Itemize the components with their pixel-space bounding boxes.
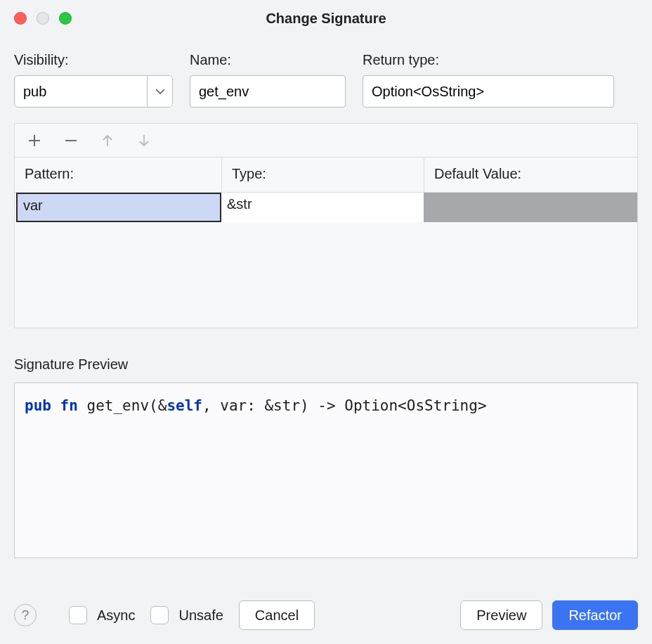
param-pattern-cell[interactable]: var [16, 193, 221, 222]
traffic-lights [14, 12, 72, 25]
cancel-button[interactable]: Cancel [239, 600, 315, 630]
bottom-bar: ? Async Unsafe Cancel Preview Refactor [14, 600, 638, 630]
header-default: Default Value: [424, 157, 637, 192]
param-default-cell[interactable] [424, 193, 637, 222]
change-signature-dialog: Change Signature Visibility: Name: [0, 0, 652, 644]
parameters-panel: Pattern: Type: Default Value: var &str [14, 123, 638, 328]
preview-name: get_env [87, 397, 150, 414]
parameters-header: Pattern: Type: Default Value: [15, 157, 637, 193]
name-field: Name: [190, 52, 346, 108]
minus-icon [64, 134, 78, 148]
signature-preview-label: Signature Preview [14, 356, 638, 373]
visibility-label: Visibility: [14, 52, 173, 68]
zoom-window-button[interactable] [59, 12, 72, 25]
unsafe-label: Unsafe [178, 607, 223, 624]
return-type-field: Return type: [363, 52, 614, 108]
name-input[interactable] [190, 75, 346, 108]
help-button[interactable]: ? [14, 604, 37, 626]
return-type-label: Return type: [363, 52, 614, 68]
table-row[interactable]: var &str [15, 193, 637, 222]
kw-fn: fn [60, 397, 78, 414]
cancel-label: Cancel [255, 607, 299, 624]
header-type: Type: [221, 157, 424, 192]
add-parameter-button[interactable] [26, 132, 43, 149]
question-icon: ? [22, 607, 30, 623]
preview-lparen: ( [149, 397, 158, 414]
parameters-toolbar [15, 124, 637, 157]
signature-preview: pub fn get_env(&self, var: &str) -> Opti… [14, 382, 638, 558]
unsafe-checkbox[interactable] [150, 606, 169, 624]
move-down-button [136, 132, 152, 149]
arrow-up-icon [100, 133, 115, 148]
top-fields: Visibility: Name: Return type: [14, 52, 638, 108]
visibility-combo[interactable] [14, 75, 173, 108]
close-window-button[interactable] [14, 12, 27, 25]
async-checkbox[interactable] [69, 606, 87, 624]
preview-label-btn: Preview [476, 607, 526, 624]
visibility-field: Visibility: [14, 52, 173, 108]
kw-self: self [167, 397, 202, 414]
plus-icon [27, 134, 41, 148]
header-pattern: Pattern: [15, 157, 221, 192]
name-label: Name: [190, 52, 346, 68]
preview-rest: , var: &str) -> Option<OsString> [202, 397, 487, 414]
preview-amp: & [158, 397, 167, 414]
kw-pub: pub [25, 397, 51, 414]
dialog-content: Visibility: Name: Return type: [0, 37, 652, 558]
refactor-label: Refactor [568, 607, 622, 624]
param-type-cell[interactable]: &str [221, 193, 424, 222]
dialog-title: Change Signature [0, 11, 652, 27]
refactor-button[interactable]: Refactor [552, 600, 638, 630]
return-type-input[interactable] [363, 75, 614, 108]
visibility-input[interactable] [15, 76, 147, 107]
visibility-dropdown-button[interactable] [147, 76, 172, 107]
preview-button[interactable]: Preview [460, 600, 542, 630]
async-label: Async [97, 607, 135, 624]
titlebar: Change Signature [0, 0, 652, 37]
chevron-down-icon [155, 89, 165, 95]
arrow-down-icon [137, 133, 151, 148]
remove-parameter-button[interactable] [63, 132, 79, 149]
minimize-window-button[interactable] [37, 12, 49, 25]
move-up-button [99, 132, 116, 149]
